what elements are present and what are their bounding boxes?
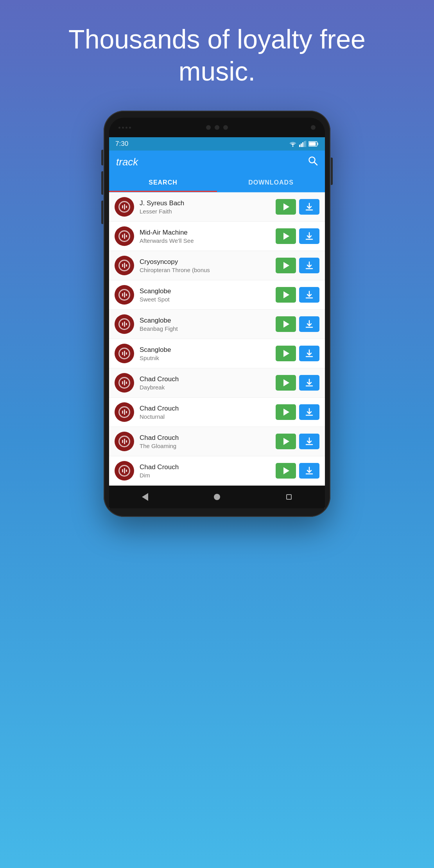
ear-speaker [223, 125, 228, 130]
download-button[interactable] [299, 199, 319, 215]
recents-button[interactable] [280, 488, 298, 506]
avatar-ring [118, 348, 130, 359]
status-time: 7:30 [115, 140, 128, 148]
track-item: J. Syreus Bach Lesser Faith [109, 192, 325, 222]
play-button[interactable] [276, 287, 296, 303]
svg-rect-3 [302, 142, 303, 147]
avatar-ring [118, 318, 130, 330]
avatar-ring [118, 465, 130, 477]
track-avatar [115, 256, 134, 275]
track-actions [276, 346, 319, 361]
play-button[interactable] [276, 258, 296, 273]
download-button[interactable] [299, 434, 319, 449]
track-item: Scanglobe Sweet Spot [109, 280, 325, 310]
play-button[interactable] [276, 346, 296, 361]
front-camera [206, 125, 211, 130]
phone-device: 7:30 [104, 111, 330, 517]
play-button[interactable] [276, 199, 296, 215]
nav-bar [109, 486, 325, 508]
track-artist: Scanglobe [140, 317, 270, 325]
download-icon [305, 437, 314, 446]
svg-rect-5 [305, 141, 306, 147]
status-bar: 7:30 [109, 137, 325, 151]
svg-rect-4 [304, 141, 305, 147]
track-artist: Scanglobe [140, 287, 270, 295]
track-item: Chad Crouch Nocturnal [109, 398, 325, 427]
download-button[interactable] [299, 463, 319, 479]
tab-search[interactable]: SEARCH [109, 173, 217, 192]
download-button[interactable] [299, 316, 319, 332]
play-button[interactable] [276, 228, 296, 244]
download-button[interactable] [299, 258, 319, 273]
download-icon [305, 232, 314, 240]
play-button[interactable] [276, 316, 296, 332]
phone-screen: 7:30 [109, 137, 325, 508]
wave-icon [122, 233, 127, 239]
track-avatar [115, 197, 134, 217]
download-button[interactable] [299, 375, 319, 391]
track-actions [276, 375, 319, 391]
play-icon [283, 467, 289, 474]
track-actions [276, 463, 319, 479]
signal-icon [299, 141, 306, 147]
battery-icon [308, 141, 319, 147]
avatar-ring [118, 201, 130, 213]
svg-rect-1 [299, 145, 300, 147]
track-song: Daybreak [140, 384, 270, 391]
track-item: Chad Crouch Dim [109, 456, 325, 486]
track-item: Chad Crouch The Gloaming [109, 427, 325, 456]
avatar-ring [118, 289, 130, 301]
app-title: track [116, 156, 138, 168]
tab-downloads[interactable]: DOWNLOADS [217, 173, 325, 192]
play-icon [283, 350, 289, 357]
track-artist: Chad Crouch [140, 405, 270, 412]
wave-icon [122, 380, 127, 386]
play-button[interactable] [276, 404, 296, 420]
home-button[interactable] [208, 488, 226, 506]
play-button[interactable] [276, 434, 296, 449]
track-avatar [115, 432, 134, 451]
track-actions [276, 316, 319, 332]
track-song: Dim [140, 472, 270, 479]
back-button[interactable] [136, 488, 154, 506]
play-button[interactable] [276, 375, 296, 391]
front-camera-right [311, 125, 316, 130]
back-icon [142, 493, 148, 501]
download-icon [305, 466, 314, 475]
track-item: Scanglobe Sputnik [109, 339, 325, 368]
wave-icon [122, 204, 127, 210]
svg-rect-8 [309, 142, 316, 146]
track-actions [276, 228, 319, 244]
play-icon [283, 291, 289, 298]
wave-icon [122, 439, 127, 444]
download-icon [305, 320, 314, 328]
wave-icon [122, 409, 127, 415]
track-song: Beanbag Fight [140, 325, 270, 332]
track-info: Chad Crouch The Gloaming [140, 434, 270, 449]
track-info: Scanglobe Sputnik [140, 346, 270, 361]
avatar-ring [118, 260, 130, 271]
track-artist: Scanglobe [140, 346, 270, 354]
wave-icon [122, 468, 127, 473]
tabs: SEARCH DOWNLOADS [109, 173, 325, 192]
download-icon [305, 291, 314, 299]
volume-up-button [101, 150, 103, 165]
home-icon [214, 494, 220, 500]
download-button[interactable] [299, 346, 319, 361]
track-avatar [115, 314, 134, 334]
track-artist: J. Syreus Bach [140, 199, 270, 207]
track-artist: Mid-Air Machine [140, 229, 270, 237]
download-icon [305, 261, 314, 270]
track-list: J. Syreus Bach Lesser Faith [109, 192, 325, 486]
svg-rect-2 [301, 143, 302, 147]
download-button[interactable] [299, 404, 319, 420]
play-icon [283, 409, 289, 416]
download-button[interactable] [299, 287, 319, 303]
download-button[interactable] [299, 228, 319, 244]
play-icon [283, 379, 289, 386]
svg-line-10 [314, 162, 317, 165]
search-button[interactable] [308, 156, 318, 169]
play-icon [283, 262, 289, 269]
track-info: Scanglobe Beanbag Fight [140, 317, 270, 332]
play-button[interactable] [276, 463, 296, 479]
